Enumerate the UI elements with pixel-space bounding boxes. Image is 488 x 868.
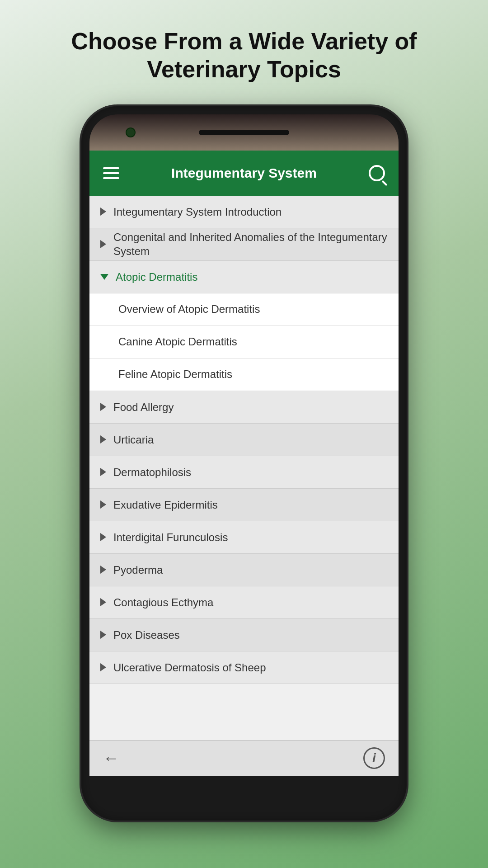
arrow-right-icon — [100, 208, 106, 216]
phone-camera — [126, 127, 136, 137]
list-item-contagious[interactable]: Contagious Ecthyma — [89, 586, 399, 619]
list-item-label: Ulcerative Dermatosis of Sheep — [113, 660, 266, 675]
phone-frame: Integumentary System Integumentary Syste… — [81, 106, 407, 821]
phone-screen: Integumentary System Integumentary Syste… — [89, 151, 399, 776]
list-item-label: Contagious Ecthyma — [113, 595, 213, 609]
arrow-right-icon — [100, 566, 106, 574]
list-item-label: Food Allergy — [113, 400, 174, 414]
arrow-right-icon — [100, 500, 106, 509]
arrow-down-icon — [100, 274, 108, 280]
search-icon[interactable] — [369, 165, 385, 181]
arrow-right-icon — [100, 468, 106, 476]
arrow-right-icon — [100, 663, 106, 671]
list-container: Integumentary System IntroductionCongeni… — [89, 196, 399, 740]
list-item-intro[interactable]: Integumentary System Introduction — [89, 196, 399, 228]
list-item-label: Interdigital Furunculosis — [113, 530, 228, 544]
list-item-label: Pox Diseases — [113, 628, 180, 642]
list-item-urticaria[interactable]: Urticaria — [89, 424, 399, 456]
phone-speaker — [199, 130, 289, 135]
sub-list-item[interactable]: Overview of Atopic Dermatitis — [89, 293, 399, 326]
back-button[interactable]: ← — [103, 749, 119, 768]
arrow-right-icon — [100, 403, 106, 411]
sub-item-label: Canine Atopic Dermatitis — [118, 335, 237, 348]
sub-item-label: Overview of Atopic Dermatitis — [118, 303, 260, 316]
page-header-text: Choose From a Wide Variety of Veterinary… — [0, 0, 488, 106]
list-item-label: Urticaria — [113, 433, 154, 447]
sub-list-item[interactable]: Canine Atopic Dermatitis — [89, 326, 399, 359]
list-item-pox[interactable]: Pox Diseases — [89, 619, 399, 651]
sub-item-label: Feline Atopic Dermatitis — [118, 368, 232, 381]
list-item-label: Dermatophilosis — [113, 465, 191, 479]
menu-icon[interactable] — [103, 167, 119, 179]
arrow-right-icon — [100, 240, 106, 248]
list-item-congenital[interactable]: Congenital and Inherited Anomalies of th… — [89, 228, 399, 261]
app-toolbar: Integumentary System — [89, 151, 399, 196]
info-button[interactable]: i — [363, 747, 385, 769]
list-item-dermatophilosis[interactable]: Dermatophilosis — [89, 456, 399, 489]
phone-top-bar — [89, 114, 399, 151]
toolbar-title: Integumentary System — [171, 165, 317, 181]
bottom-nav: ← i — [89, 740, 399, 776]
list-item-label: Integumentary System Introduction — [113, 205, 282, 219]
list-item-atopic[interactable]: Atopic Dermatitis — [89, 261, 399, 293]
list-item-label: Pyoderma — [113, 563, 163, 577]
list-item-label: Atopic Dermatitis — [116, 270, 197, 284]
arrow-right-icon — [100, 435, 106, 443]
list-item-exudative[interactable]: Exudative Epidermitis — [89, 489, 399, 521]
list-item-interdigital[interactable]: Interdigital Furunculosis — [89, 521, 399, 554]
arrow-right-icon — [100, 598, 106, 606]
list-item-label: Congenital and Inherited Anomalies of th… — [113, 230, 388, 258]
list-item-label: Exudative Epidermitis — [113, 498, 218, 512]
arrow-right-icon — [100, 533, 106, 541]
sub-list-item[interactable]: Feline Atopic Dermatitis — [89, 359, 399, 391]
phone-bottom-bar — [89, 776, 399, 812]
arrow-right-icon — [100, 631, 106, 639]
list-item-pyoderma[interactable]: Pyoderma — [89, 554, 399, 586]
list-item-food-allergy[interactable]: Food Allergy — [89, 391, 399, 424]
list-item-ulcerative[interactable]: Ulcerative Dermatosis of Sheep — [89, 651, 399, 684]
